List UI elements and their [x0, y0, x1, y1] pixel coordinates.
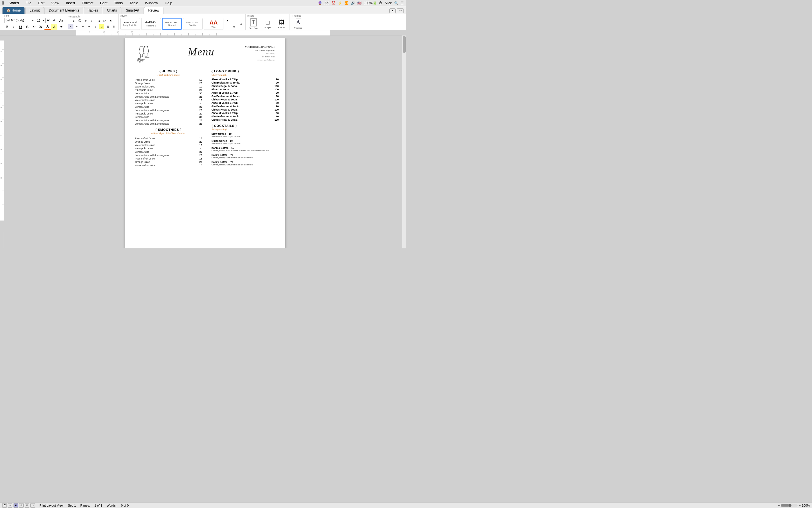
align-justify-btn[interactable]: ≡ — [86, 24, 92, 29]
menubar-item-view[interactable]: View — [50, 1, 60, 5]
restaurant-web: www.yourwebsite.com — [245, 58, 275, 61]
juice-item-2: Watermelon Juice 10 — [135, 85, 202, 88]
juice-item-11: Lemon Juice 30 — [135, 116, 202, 118]
volume-icon[interactable]: 🔊 — [351, 1, 355, 5]
clear-format-btn[interactable]: ✦ — [58, 24, 64, 30]
style-subtitle[interactable]: AaBbCcDdE... Subtitle — [183, 18, 203, 30]
svg-text:15: 15 — [117, 31, 119, 33]
styles-scroll-down[interactable]: ▼ — [231, 25, 237, 30]
style-normal[interactable]: AaBbCcDdE... Normal — [162, 18, 182, 30]
bold-btn[interactable]: B — [4, 24, 10, 30]
bluetooth-icon[interactable]: ⚡ — [338, 1, 342, 5]
menubar-item-table[interactable]: Table — [128, 1, 139, 5]
list-icon[interactable]: ☰ — [401, 1, 404, 5]
tab-charts[interactable]: Charts — [103, 7, 121, 14]
superscript-btn[interactable]: X² — [31, 24, 37, 30]
textbox-icon: T — [250, 18, 257, 27]
svg-text:20: 20 — [131, 31, 133, 33]
menubar-item-edit[interactable]: Edit — [37, 1, 46, 5]
shape-insert-btn[interactable]: ◻ Shape — [261, 18, 274, 30]
style-title[interactable]: AA Title — [204, 18, 224, 30]
shading-btn[interactable]: □ — [99, 24, 105, 29]
style-heading1[interactable]: AaBbCc Heading 1 — [141, 18, 161, 30]
menubar-item-help[interactable]: Help — [164, 1, 174, 5]
font-size-input[interactable]: 12 ▾ — [36, 18, 46, 23]
indent-decrease-btn[interactable]: ⇤ — [89, 18, 95, 24]
vertical-scrollbar[interactable] — [402, 35, 406, 248]
wifi-icon[interactable]: 📶 — [344, 1, 349, 5]
cocktail-item-0: Slow Coffee 10 Served hot with sugar or … — [212, 132, 279, 138]
italic-btn[interactable]: I — [11, 24, 17, 30]
smoothies-header: { SMOOTHIES } — [135, 128, 202, 131]
cocktails-section: { COCKTAILS } Seize your day!. Slow Coff… — [212, 124, 279, 166]
picture-insert-btn[interactable]: 🖼 Picture — [276, 18, 288, 30]
align-right-btn[interactable]: ≡ — [80, 24, 86, 29]
underline-btn[interactable]: U — [17, 24, 24, 30]
juice-item-4: Lemon Juice 30 — [135, 92, 202, 95]
cocktails-header: { COCKTAILS } — [212, 124, 279, 127]
siri-icon[interactable]: 🔮 — [318, 1, 322, 5]
font-case-btn[interactable]: Aa — [58, 18, 64, 23]
document-page[interactable]: Menu YOUR RESTAURANT NAME 184 S Main St,… — [125, 38, 285, 248]
menu-title: Menu — [188, 46, 215, 58]
menubar-item-file[interactable]: File — [25, 1, 33, 5]
apple-logo[interactable]:  — [2, 1, 4, 6]
search-icon[interactable]: 🔍 — [394, 1, 398, 5]
show-para-btn[interactable]: ¶ — [108, 18, 114, 24]
tab-home[interactable]: 🏠 Home — [2, 7, 25, 14]
smoothie-item-0: Passionfruit Juice 15 — [135, 137, 202, 140]
clock-icon[interactable]: ⏰ — [331, 1, 336, 5]
font-size-increase-btn[interactable]: A⁺ — [46, 18, 52, 23]
multi-level-btn[interactable]: ⊞ — [83, 18, 89, 24]
menubar-item-window[interactable]: Window — [144, 1, 159, 5]
battery-icon[interactable]: 100%🔋 — [364, 1, 377, 5]
bullets-btn[interactable]: ≡ — [71, 18, 77, 24]
align-center-btn[interactable]: ≡ — [74, 24, 80, 29]
tab-review[interactable]: Review — [144, 7, 163, 14]
font-color-btn[interactable]: A — [44, 24, 51, 30]
sort-btn[interactable]: ↕A — [102, 18, 108, 24]
themes-btn[interactable]: A Themes — [292, 18, 304, 30]
styles-expand[interactable]: ⊞ — [238, 22, 244, 27]
highlight-btn[interactable]: A — [51, 24, 57, 30]
juices-header: { JUICES } — [135, 70, 202, 73]
menubar-item-word[interactable]: Word — [8, 1, 20, 5]
column-divider — [207, 70, 207, 168]
ribbon-expand-btn[interactable]: ⋯ — [397, 8, 404, 13]
tab-document-elements[interactable]: Document Elements — [44, 7, 83, 14]
page-header: Menu YOUR RESTAURANT NAME 184 S Main St,… — [135, 46, 275, 65]
styles-scroll-up[interactable]: ▲ — [225, 18, 230, 23]
flag-icon[interactable]: 🇺🇸 — [357, 1, 362, 5]
menubar-item-tools[interactable]: Tools — [113, 1, 124, 5]
align-left-btn[interactable]: ≡ — [68, 24, 73, 29]
menubar-item-format[interactable]: Format — [81, 1, 94, 5]
menubar-item-insert[interactable]: Insert — [65, 1, 76, 5]
strikethrough-btn[interactable]: S — [24, 24, 30, 30]
para-settings-btn[interactable]: ⚙ — [111, 24, 117, 29]
tab-tables[interactable]: Tables — [84, 7, 102, 14]
menubar-item-font[interactable]: Font — [99, 1, 109, 5]
tab-layout[interactable]: Layout — [25, 7, 44, 14]
line-spacing-btn[interactable]: ↕ — [92, 24, 98, 29]
document-area[interactable]: 1 2 3 4 5 6 7 8 9 10 — [0, 35, 406, 254]
juice-item-13: Lemon Juice with Lemongrass 25 — [135, 122, 202, 125]
horizontal-ruler: 5 10 15 20 — [0, 30, 406, 35]
font-name-dropdown[interactable]: Bell MT (Body) ▾ — [4, 18, 35, 23]
ribbon-collapse-btn[interactable]: ∧ — [390, 8, 396, 13]
borders-btn[interactable]: ⊞ — [105, 24, 111, 29]
picture-icon: 🖼 — [279, 19, 284, 26]
menu-content: { JUICES } Fresh and pure juices Passion… — [135, 70, 275, 168]
font-size-decrease-btn[interactable]: A⁻ — [52, 18, 58, 23]
tab-smartart[interactable]: SmartArt — [122, 7, 143, 14]
numbering-btn[interactable]: ⓵ — [77, 18, 83, 24]
ai-icon[interactable]: A 9 — [324, 1, 329, 5]
left-column: { JUICES } Fresh and pure juices Passion… — [135, 70, 202, 168]
textbox-insert-btn[interactable]: T Text Box — [247, 18, 260, 30]
user-name[interactable]: Alice — [384, 1, 392, 5]
themes-icon: A — [296, 18, 301, 26]
indent-increase-btn[interactable]: ⇥ — [96, 18, 101, 24]
ld-item-0: Absolut Vodka & 7 Up. 90 — [212, 78, 279, 81]
scrollbar-thumb[interactable] — [403, 36, 406, 53]
style-body-text[interactable]: AaBbCcDd Body Text Ri... — [120, 18, 140, 30]
subscript-btn[interactable]: X₂ — [38, 24, 44, 30]
